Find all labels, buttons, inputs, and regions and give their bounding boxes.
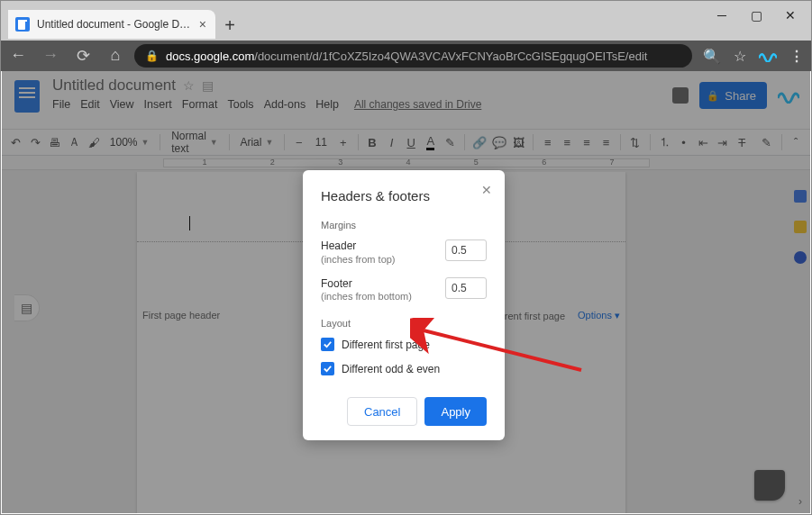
reload-icon[interactable]: ⟳ bbox=[75, 46, 91, 66]
header-margin-sublabel: (inches from top) bbox=[321, 254, 396, 265]
back-icon[interactable]: ← bbox=[10, 46, 26, 66]
close-icon[interactable]: ✕ bbox=[481, 183, 492, 197]
browser-tab[interactable]: Untitled document - Google Docs × bbox=[8, 10, 215, 39]
more-menu-icon[interactable]: ⋮ bbox=[789, 48, 802, 65]
docs-favicon-icon bbox=[15, 17, 30, 32]
dialog-title: Headers & footers bbox=[321, 188, 487, 203]
diff-first-page-label: Different first page bbox=[342, 339, 430, 351]
header-margin-label: Header bbox=[321, 239, 396, 254]
browser-titlebar: Untitled document - Google Docs × + ─ ▢ … bbox=[1, 1, 811, 41]
lock-icon: 🔒 bbox=[145, 50, 159, 62]
diff-odd-even-label: Different odd & even bbox=[342, 363, 440, 375]
maximize-icon[interactable]: ▢ bbox=[750, 8, 762, 23]
apply-button[interactable]: Apply bbox=[424, 397, 487, 426]
footer-margin-sublabel: (inches from bottom) bbox=[321, 291, 412, 302]
new-tab-button[interactable]: + bbox=[215, 10, 244, 41]
close-tab-icon[interactable]: × bbox=[199, 17, 206, 32]
tab-title: Untitled document - Google Docs bbox=[37, 18, 194, 31]
url-input[interactable]: 🔒 docs.google.com/document/d/1fCoXZ5Izo4… bbox=[134, 44, 692, 68]
header-margin-input[interactable] bbox=[445, 239, 487, 261]
address-bar: ← → ⟳ ⌂ 🔒 docs.google.com/document/d/1fC… bbox=[1, 41, 811, 71]
close-window-icon[interactable]: ✕ bbox=[784, 8, 797, 23]
diff-odd-even-checkbox[interactable] bbox=[321, 362, 334, 375]
footer-margin-input[interactable] bbox=[445, 277, 487, 299]
extension-wave-icon[interactable] bbox=[759, 50, 777, 62]
margins-section-label: Margins bbox=[321, 220, 487, 230]
zoom-icon[interactable]: 🔍 bbox=[703, 48, 721, 65]
cancel-button[interactable]: Cancel bbox=[347, 397, 417, 426]
bookmark-star-icon[interactable]: ☆ bbox=[734, 48, 746, 65]
url-path: /document/d/1fCoXZ5Izo4QWA3VCAVxFCNYaoBr… bbox=[254, 50, 647, 63]
headers-footers-dialog: ✕ Headers & footers Margins Header (inch… bbox=[303, 170, 505, 440]
window-controls: ─ ▢ ✕ bbox=[716, 1, 804, 41]
home-icon[interactable]: ⌂ bbox=[107, 46, 123, 66]
layout-section-label: Layout bbox=[321, 318, 487, 329]
diff-first-page-checkbox[interactable] bbox=[321, 338, 334, 351]
minimize-icon[interactable]: ─ bbox=[716, 8, 728, 23]
forward-icon[interactable]: → bbox=[42, 46, 59, 66]
url-host: docs.google.com bbox=[166, 50, 254, 63]
footer-margin-label: Footer bbox=[321, 277, 412, 292]
